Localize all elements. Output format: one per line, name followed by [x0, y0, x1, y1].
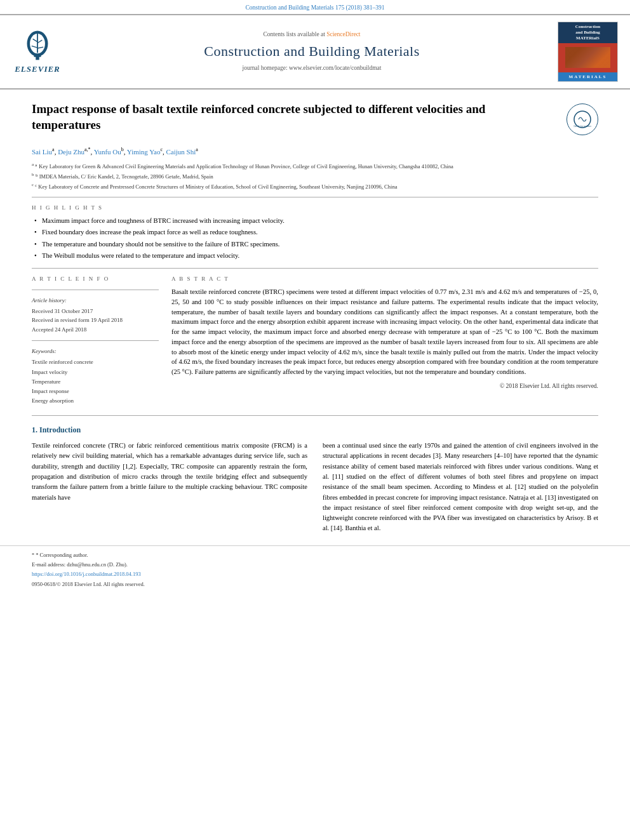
check-updates-icon: Check for updates — [573, 110, 591, 128]
highlight-1: Maximum impact force and toughness of BT… — [34, 216, 598, 225]
abstract-section: A B S T R A C T Basalt textile reinforce… — [171, 275, 598, 406]
logo-top-text: Constructionand BuildingMATERialS — [558, 22, 617, 43]
elsevier-tree-icon — [18, 27, 57, 62]
journal-title-center: Contents lists available at ScienceDirec… — [74, 30, 550, 73]
highlights-list: Maximum impact force and toughness of BT… — [32, 216, 598, 260]
keywords-label: Keywords: — [32, 347, 159, 356]
article-info-section: A R T I C L E I N F O Article history: R… — [32, 275, 159, 406]
keyword-2: Impact velocity — [32, 368, 159, 377]
affiliation-a: a ᵃ Key Laboratory for Green & Advanced … — [32, 161, 598, 170]
footer-doi-line: https://doi.org/10.1016/j.conbuildmat.20… — [32, 570, 598, 578]
journal-main-title: Construction and Building Materials — [74, 41, 550, 62]
article-info-abstract-row: A R T I C L E I N F O Article history: R… — [32, 275, 598, 406]
divider-3 — [32, 290, 159, 290]
intro-col-left: Textile reinforced concrete (TRC) or fab… — [32, 441, 307, 533]
article-title: Impact response of basalt textile reinfo… — [32, 101, 527, 133]
copyright-line: © 2018 Elsevier Ltd. All rights reserved… — [171, 382, 598, 391]
article-content: Impact response of basalt textile reinfo… — [0, 90, 630, 545]
intro-text-right: been a continual used since the early 19… — [323, 441, 598, 533]
elsevier-brand-text: ELSEVIER — [15, 63, 60, 76]
contents-line: Contents lists available at ScienceDirec… — [74, 30, 550, 39]
highlight-3: The temperature and boundary should not … — [34, 239, 598, 249]
affiliation-c: c ᶜ Key Laboratory of Concrete and Prest… — [32, 182, 598, 190]
abstract-label: A B S T R A C T — [171, 275, 598, 283]
keyword-3: Temperature — [32, 377, 159, 387]
check-updates-badge: Check for updates — [566, 103, 598, 135]
elsevier-logo: ELSEVIER — [9, 27, 66, 76]
article-history-label: Article history: — [32, 297, 159, 305]
author-yiming-yao[interactable]: Yiming Yao — [127, 148, 161, 156]
author-sai-liu[interactable]: Sai Liu — [32, 148, 52, 156]
svg-text:Check for updates: Check for updates — [573, 124, 591, 128]
divider-1 — [32, 197, 598, 197]
divider-2 — [32, 268, 598, 269]
received-date: Received 31 October 2017 — [32, 307, 159, 316]
affiliations: a ᵃ Key Laboratory for Green & Advanced … — [32, 161, 598, 190]
top-bar: Construction and Building Materials 175 … — [0, 0, 630, 14]
author-yunfu-ou[interactable]: Yunfu Ou — [94, 148, 121, 156]
keyword-4: Impact response — [32, 387, 159, 396]
author-caijun-shi[interactable]: Caijun Shi — [166, 148, 196, 156]
affiliation-b: b ᵇ IMDEA Materials, C/ Eric Kandel, 2, … — [32, 171, 598, 180]
journal-logo-image: Constructionand BuildingMATERialS MATERI… — [558, 22, 618, 82]
intro-text-left: Textile reinforced concrete (TRC) or fab… — [32, 441, 307, 503]
footer-issn-line: 0950-0618/© 2018 Elsevier Ltd. All right… — [32, 580, 598, 588]
author-deju-zhu[interactable]: Deju Zhu — [58, 148, 84, 156]
highlights-label: H I G H L I G H T S — [32, 204, 598, 212]
article-footer: * * Corresponding author. E-mail address… — [0, 545, 630, 596]
footer-email-line: E-mail address: dzhu@hnu.edu.cn (D. Zhu)… — [32, 561, 598, 568]
footer-doi-link[interactable]: https://doi.org/10.1016/j.conbuildmat.20… — [32, 571, 141, 577]
journal-header: ELSEVIER Contents lists available at Sci… — [0, 14, 630, 90]
page-wrapper: Construction and Building Materials 175 … — [0, 0, 630, 595]
accepted-date: Accepted 24 April 2018 — [32, 325, 159, 334]
highlight-4: The Weibull modulus were related to the … — [34, 251, 598, 260]
highlights-section: H I G H L I G H T S Maximum impact force… — [32, 204, 598, 260]
highlight-2: Fixed boundary does increase the peak im… — [34, 227, 598, 237]
footer-corresponding: * * Corresponding author. — [32, 551, 598, 559]
journal-reference: Construction and Building Materials 175 … — [245, 4, 384, 11]
revised-date: Received in revised form 19 April 2018 — [32, 316, 159, 324]
keyword-5: Energy absorption — [32, 396, 159, 406]
abstract-text: Basalt textile reinforced concrete (BTRC… — [171, 287, 598, 377]
intro-heading: 1. Introduction — [32, 425, 598, 436]
article-info-label: A R T I C L E I N F O — [32, 275, 159, 283]
article-dates: Received 31 October 2017 Received in rev… — [32, 307, 159, 334]
science-direct-link[interactable]: ScienceDirect — [326, 31, 360, 37]
keyword-1: Textile reinforced concrete — [32, 357, 159, 367]
intro-section: 1. Introduction Textile reinforced concr… — [32, 425, 598, 534]
logo-materials-label: MATERIALS — [558, 72, 617, 81]
keywords-list: Textile reinforced concrete Impact veloc… — [32, 357, 159, 406]
divider-4 — [32, 340, 159, 341]
intro-col-right: been a continual used since the early 19… — [323, 441, 598, 533]
journal-logo-box: Constructionand BuildingMATERialS MATERI… — [558, 22, 621, 82]
authors-line: Sai Liua, Deju Zhua,*, Yunfu Oub, Yiming… — [32, 146, 598, 157]
journal-homepage: journal homepage: www.elsevier.com/locat… — [74, 64, 550, 73]
intro-body: Textile reinforced concrete (TRC) or fab… — [32, 441, 598, 533]
divider-5 — [32, 415, 598, 416]
